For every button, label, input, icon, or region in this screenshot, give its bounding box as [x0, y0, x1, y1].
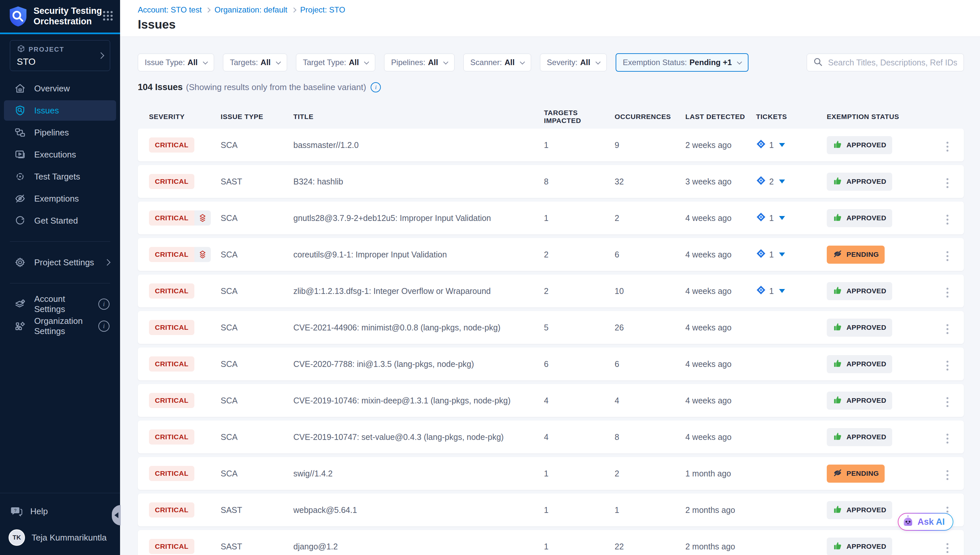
- sidebar-item-exemptions[interactable]: Exemptions: [4, 188, 116, 209]
- filter-pipelines[interactable]: Pipelines:All: [384, 54, 454, 71]
- sidebar-item-get-started[interactable]: Get Started: [4, 210, 116, 231]
- info-icon[interactable]: i: [371, 82, 381, 92]
- row-menu-button[interactable]: [944, 249, 951, 264]
- issue-type: SCA: [221, 323, 294, 332]
- sidebar: Security Testing Orchestration PROJ: [0, 0, 120, 555]
- exemption-status-label: APPROVED: [847, 506, 886, 514]
- table-row[interactable]: CRITICALSCACVE-2019-10746: mixin-deep@1.…: [138, 384, 964, 417]
- exemption-status-badge: APPROVED: [827, 355, 892, 373]
- tickets-dropdown[interactable]: 1: [756, 139, 827, 151]
- table-row[interactable]: CRITICALSCAcoreutils@9.1-1: Improper Inp…: [138, 238, 964, 271]
- severity-label: CRITICAL: [149, 393, 194, 408]
- exemption-status-label: APPROVED: [847, 287, 886, 295]
- caret-down-icon: [779, 216, 785, 220]
- issue-title: swig//1.4.2: [294, 469, 544, 478]
- tickets-dropdown[interactable]: 1: [756, 249, 827, 260]
- tickets-dropdown[interactable]: 1: [756, 212, 827, 224]
- last-detected: 4 weeks ago: [685, 213, 756, 223]
- severity-badge: CRITICAL: [149, 174, 194, 189]
- sidebar-item-help[interactable]: ? Help: [0, 501, 120, 521]
- issue-title: CVE-2021-44906: minimist@0.0.8 (lang-pkg…: [294, 323, 544, 332]
- row-menu-button[interactable]: [944, 322, 951, 337]
- row-menu-button[interactable]: [944, 139, 951, 154]
- table-row[interactable]: CRITICALSCAzlib@1:1.2.13.dfsg-1: Integer…: [138, 274, 964, 307]
- breadcrumb-link[interactable]: Organization: default: [215, 5, 287, 14]
- table-row[interactable]: CRITICALSCACVE-2019-10747: set-value@0.4…: [138, 420, 964, 453]
- occurrences: 6: [614, 359, 685, 369]
- row-menu-button[interactable]: [944, 541, 951, 555]
- caret-down-icon: [779, 289, 785, 293]
- issue-type: SCA: [221, 213, 294, 223]
- last-detected: 4 weeks ago: [685, 286, 756, 296]
- filter-targets[interactable]: Targets:All: [223, 54, 287, 71]
- sidebar-item-organization-settings[interactable]: Organization Settingsi: [4, 316, 116, 336]
- table-row[interactable]: CRITICALSCAswig//1.4.2121 month agoPENDI…: [138, 457, 964, 490]
- project-selector[interactable]: PROJECT STO: [10, 40, 110, 71]
- severity-label: CRITICAL: [149, 174, 194, 189]
- issue-type: SCA: [221, 250, 294, 260]
- column-header: EXEMPTION STATUS: [827, 113, 944, 121]
- breadcrumb: Account: STO testOrganization: defaultPr…: [138, 5, 980, 14]
- table-row[interactable]: CRITICALSASTdjango@1.21222 months agoAPP…: [138, 530, 964, 555]
- severity-label: CRITICAL: [149, 466, 194, 481]
- table-row[interactable]: CRITICALSCACVE-2021-44906: minimist@0.0.…: [138, 311, 964, 344]
- ask-ai-button[interactable]: Ask AI: [898, 513, 953, 531]
- breadcrumb-link[interactable]: Account: STO test: [138, 5, 202, 14]
- filter-scanner[interactable]: Scanner:All: [464, 54, 531, 71]
- filter-value: Pending +1: [690, 58, 732, 67]
- filter-label: Pipelines:: [391, 58, 425, 67]
- severity-label: CRITICAL: [149, 356, 194, 372]
- breadcrumb-link[interactable]: Project: STO: [300, 5, 345, 14]
- filter-exemption-status[interactable]: Exemption Status:Pending +1: [616, 53, 749, 72]
- ticket-count: 2: [769, 177, 774, 186]
- row-menu-button[interactable]: [944, 358, 951, 373]
- severity-label: CRITICAL: [149, 284, 194, 298]
- sidebar-item-overview[interactable]: Overview: [4, 78, 116, 99]
- filter-value: All: [349, 58, 359, 67]
- search-input[interactable]: [828, 58, 958, 68]
- sidebar-settings: Project SettingsAccount SettingsiOrganiz…: [0, 252, 120, 336]
- row-menu-button[interactable]: [944, 395, 951, 410]
- progress-circle-icon: [14, 215, 26, 226]
- help-label: Help: [30, 506, 48, 517]
- filter-severity[interactable]: Severity:All: [540, 54, 607, 71]
- table-row[interactable]: CRITICALSCACVE-2020-7788: ini@1.3.5 (lan…: [138, 348, 964, 380]
- sidebar-item-test-targets[interactable]: Test Targets: [4, 166, 116, 187]
- sidebar-item-issues[interactable]: Issues: [4, 100, 116, 121]
- row-menu-button[interactable]: [944, 176, 951, 191]
- thumb-up-icon: [832, 322, 842, 334]
- sidebar-item-project-settings[interactable]: Project Settings: [4, 252, 116, 273]
- issue-title: zlib@1:1.2.13.dfsg-1: Integer Overflow o…: [294, 286, 544, 296]
- thumb-up-icon: [832, 395, 842, 406]
- exemption-status-badge: APPROVED: [827, 136, 892, 154]
- row-menu-button[interactable]: [944, 431, 951, 446]
- chevron-down-icon: [276, 59, 281, 64]
- row-menu-button[interactable]: [944, 468, 951, 483]
- issues-count: 104 Issues: [138, 82, 183, 92]
- search-box[interactable]: [807, 54, 964, 71]
- sidebar-item-executions[interactable]: Executions: [4, 144, 116, 165]
- table-row[interactable]: CRITICALSCAbassmaster//1.2.0192 weeks ag…: [138, 128, 964, 162]
- severity-label: CRITICAL: [149, 320, 194, 335]
- issue-title: webpack@5.64.1: [294, 505, 544, 515]
- filter-value: All: [260, 58, 271, 67]
- table-row[interactable]: CRITICALSASTwebpack@5.64.1112 months ago…: [138, 494, 964, 526]
- user-profile[interactable]: TK Teja Kummarikuntla: [0, 528, 120, 548]
- row-menu-button[interactable]: [944, 285, 951, 300]
- tickets-dropdown[interactable]: 1: [756, 285, 827, 297]
- table-row[interactable]: CRITICALSCAgnutls28@3.7.9-2+deb12u5: Imp…: [138, 202, 964, 234]
- filter-label: Targets:: [230, 58, 258, 67]
- filter-target-type[interactable]: Target Type:All: [296, 54, 375, 71]
- app-switcher-icon[interactable]: [102, 10, 114, 23]
- row-menu-button[interactable]: [944, 212, 951, 227]
- filter-issue-type[interactable]: Issue Type:All: [138, 54, 214, 71]
- sidebar-item-pipelines[interactable]: Pipelines: [4, 122, 116, 143]
- severity-badge: CRITICAL: [149, 284, 194, 298]
- sidebar-divider: [10, 241, 110, 242]
- tickets-dropdown[interactable]: 2: [756, 176, 827, 188]
- avatar: TK: [8, 529, 25, 546]
- sidebar-item-account-settings[interactable]: Account Settingsi: [4, 294, 116, 314]
- occurrences: 2: [614, 213, 685, 223]
- table-row[interactable]: CRITICALSASTB324: hashlib8323 weeks ago2…: [138, 165, 964, 198]
- occurrences: 22: [614, 542, 685, 552]
